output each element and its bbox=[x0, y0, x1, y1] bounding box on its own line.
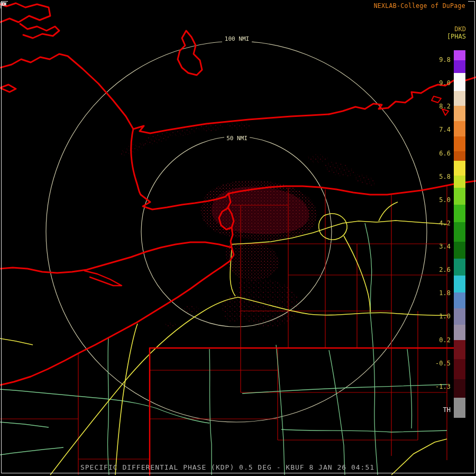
highway-layer bbox=[0, 202, 447, 475]
colorbar-segment bbox=[454, 176, 465, 188]
frame-border-left bbox=[1, 1, 2, 473]
colorbar-segment bbox=[454, 60, 465, 73]
product-caption: SPECIFIC DIFFERENTIAL PHASE (KDP) 0.5 DE… bbox=[0, 463, 455, 471]
colorbar-segment bbox=[454, 205, 465, 223]
colorbar-segment bbox=[454, 276, 465, 292]
colorbar-segment bbox=[454, 188, 465, 205]
product-units: [PHAS bbox=[447, 33, 466, 40]
colorbar-segment bbox=[454, 359, 465, 379]
frame-border-right bbox=[474, 1, 475, 473]
radar-echo-layer bbox=[118, 122, 378, 328]
map-svg: 100 NMI 50 NMI bbox=[0, 0, 476, 476]
shoreline-layer bbox=[0, 3, 476, 475]
colorbar-segment bbox=[454, 222, 465, 241]
road-layer bbox=[0, 223, 447, 475]
product-code: DKD bbox=[454, 25, 466, 33]
echo-patch bbox=[237, 278, 300, 327]
frame-border-top-right bbox=[468, 1, 475, 2]
brand-text: NEXLAB-College of DuPage bbox=[374, 2, 465, 10]
colorbar-segment bbox=[454, 73, 465, 91]
colorbar-segment bbox=[454, 106, 465, 121]
colorbar-segment bbox=[454, 50, 465, 60]
radar-display: 100 NMI 50 NMI NEXLAB-College of DuPage … bbox=[0, 0, 476, 476]
colorbar bbox=[454, 50, 465, 418]
colorbar-segment bbox=[454, 242, 465, 259]
frame-border-bottom bbox=[1, 473, 475, 473]
colorbar-segment bbox=[454, 398, 465, 418]
colorbar-segment bbox=[454, 340, 465, 359]
colorbar-segment bbox=[454, 121, 465, 136]
colorbar-segment bbox=[454, 325, 465, 340]
colorbar-segment bbox=[454, 91, 465, 106]
ring-label-100nmi: 100 NMI bbox=[225, 35, 249, 42]
colorbar-segment bbox=[454, 151, 465, 160]
colorbar-segment bbox=[454, 136, 465, 152]
frame-border-top-left bbox=[1, 1, 8, 2]
colorbar-segment bbox=[454, 292, 465, 309]
echo-patch bbox=[226, 242, 279, 280]
ring-label-50nmi: 50 NMI bbox=[226, 135, 248, 142]
colorbar-segment bbox=[454, 379, 465, 397]
colorbar-segment bbox=[454, 161, 465, 176]
colorbar-segment bbox=[454, 308, 465, 325]
colorbar-segment bbox=[454, 259, 465, 276]
